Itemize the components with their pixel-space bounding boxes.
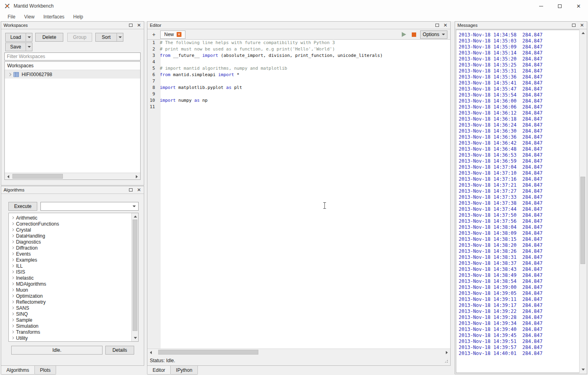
delete-button[interactable]: Delete [35, 33, 63, 42]
algorithm-category[interactable]: Muon [9, 287, 138, 293]
scrollbar-thumb[interactable] [580, 177, 585, 264]
close-panel-icon[interactable]: ✕ [137, 188, 141, 192]
algorithm-category-label: Transforms [16, 329, 40, 335]
log-line: 2013-Nov-18 14:35:36 284.847 [459, 74, 586, 80]
editor-panel-title: Editor [150, 23, 435, 28]
algorithm-category[interactable]: Events [9, 251, 138, 257]
code-area[interactable]: 1# The following line helps with future … [147, 40, 450, 349]
resize-grip[interactable] [443, 358, 449, 363]
scrollbar-thumb[interactable] [133, 220, 137, 331]
script-tab-label: New [164, 32, 174, 37]
chevron-right-icon [11, 276, 14, 279]
details-button[interactable]: Details [105, 346, 134, 355]
new-script-tab-button[interactable]: + [150, 31, 157, 38]
dropdown-arrow-icon[interactable] [117, 33, 123, 41]
code-text: from mantid.simpleapi import * [158, 72, 240, 78]
minimize-button[interactable] [532, 0, 550, 12]
editor-status-bar: Status: Idle. [147, 355, 450, 365]
algorithm-category[interactable]: Reflectometry [9, 299, 138, 305]
code-line: 4 [147, 59, 450, 65]
expand-chevron-icon[interactable] [8, 73, 11, 76]
algorithm-category[interactable]: DataHandling [9, 233, 138, 239]
algorithm-category[interactable]: Arithmetic [9, 215, 138, 221]
algorithm-category[interactable]: Diagnostics [9, 239, 138, 245]
group-button[interactable]: Group [67, 33, 92, 42]
scroll-left-button[interactable] [5, 173, 12, 180]
code-text: from __future__ import (absolute_import,… [158, 52, 383, 59]
algorithm-category[interactable]: Diffraction [9, 245, 138, 251]
tab-ipython[interactable]: IPython [170, 366, 198, 375]
abort-script-button[interactable] [409, 30, 419, 38]
float-panel-icon[interactable] [129, 188, 133, 192]
load-button[interactable]: Load [5, 33, 32, 42]
close-panel-icon[interactable]: ✕ [580, 23, 584, 28]
tab-close-icon[interactable]: ✕ [177, 32, 181, 37]
menu-interfaces[interactable]: Interfaces [39, 12, 69, 21]
dropdown-arrow-icon[interactable] [26, 33, 32, 41]
messages-log[interactable]: 2013-Nov-18 14:34:58 284.8472013-Nov-18 … [456, 30, 586, 373]
dropdown-arrow-icon[interactable] [26, 43, 32, 51]
line-number: 5 [147, 65, 158, 72]
chevron-right-icon [11, 337, 14, 339]
algorithm-category-list[interactable]: ArithmeticCorrectionFunctionsCrystalData… [8, 213, 139, 342]
scroll-down-button[interactable] [580, 366, 586, 373]
menu-file[interactable]: File [3, 12, 20, 21]
scroll-right-button[interactable] [133, 173, 140, 180]
scrollbar-thumb[interactable] [158, 350, 258, 355]
algorithm-category[interactable]: MDAlgorithms [9, 281, 138, 287]
minimize-icon [539, 6, 543, 6]
close-panel-icon[interactable]: ✕ [443, 23, 447, 28]
save-button[interactable]: Save [5, 42, 32, 51]
float-panel-icon[interactable] [572, 24, 576, 27]
algorithm-category[interactable]: Examples [9, 257, 138, 263]
workspace-item[interactable]: HIFI00062798 [5, 70, 140, 79]
algorithm-category[interactable]: Sample [9, 317, 138, 323]
algorithm-search-combobox[interactable] [40, 202, 139, 211]
line-number: 6 [147, 72, 158, 78]
algorithm-category-label: SINQ [16, 311, 28, 317]
algorithm-category[interactable]: ILL [9, 263, 138, 269]
algorithm-category[interactable]: Transforms [9, 329, 138, 335]
close-button[interactable]: ✕ [569, 0, 588, 12]
float-panel-icon[interactable] [129, 24, 133, 27]
close-panel-icon[interactable]: ✕ [137, 23, 141, 28]
algorithm-category[interactable]: Simulation [9, 323, 138, 329]
tab-algorithms[interactable]: Algorithms [1, 366, 35, 375]
script-tab-new[interactable]: New ✕ [160, 30, 185, 39]
scroll-left-button[interactable] [147, 349, 154, 356]
algorithm-category[interactable]: CorrectionFunctions [9, 221, 138, 227]
scroll-right-button[interactable] [443, 349, 450, 356]
log-line: 2013-Nov-18 14:37:56 284.847 [459, 218, 586, 224]
scroll-down-button[interactable] [132, 335, 139, 341]
algorithm-category[interactable]: Inelastic [9, 275, 138, 281]
options-button[interactable]: Options [420, 30, 447, 39]
code-line: 8import matplotlib.pyplot as plt [147, 85, 450, 91]
tab-plots[interactable]: Plots [34, 366, 56, 375]
workspaces-panel-header: Workspaces ✕ [1, 22, 144, 29]
filter-workspaces-input[interactable] [4, 52, 141, 60]
maximize-button[interactable] [550, 0, 569, 12]
algorithm-category[interactable]: Utility [9, 335, 138, 341]
messages-vertical-scrollbar[interactable] [579, 30, 586, 373]
menu-view[interactable]: View [20, 12, 39, 21]
execute-button[interactable]: Execute [8, 202, 37, 211]
run-script-button[interactable] [399, 30, 409, 38]
algorithm-category[interactable]: Optimization [9, 293, 138, 299]
algorithm-category[interactable]: SANS [9, 305, 138, 311]
workspaces-horizontal-scrollbar[interactable] [5, 173, 140, 179]
scroll-up-button[interactable] [132, 213, 139, 220]
scroll-up-button[interactable] [580, 30, 586, 36]
code-line: 2# print must now be used as a function,… [147, 46, 450, 52]
sort-button[interactable]: Sort [95, 33, 123, 42]
algorithm-category[interactable]: Crystal [9, 227, 138, 233]
tab-editor[interactable]: Editor [147, 366, 171, 375]
code-line: 9 [147, 91, 450, 97]
menu-help[interactable]: Help [69, 12, 88, 21]
algorithm-category[interactable]: SINQ [9, 311, 138, 317]
scrollbar-thumb[interactable] [12, 174, 63, 179]
float-panel-icon[interactable] [435, 24, 439, 27]
algorithm-category[interactable]: ISIS [9, 269, 138, 275]
editor-horizontal-scrollbar[interactable] [147, 349, 450, 355]
log-line: 2013-Nov-18 14:38:15 284.847 [459, 236, 586, 242]
algorithms-vertical-scrollbar[interactable] [131, 213, 138, 341]
